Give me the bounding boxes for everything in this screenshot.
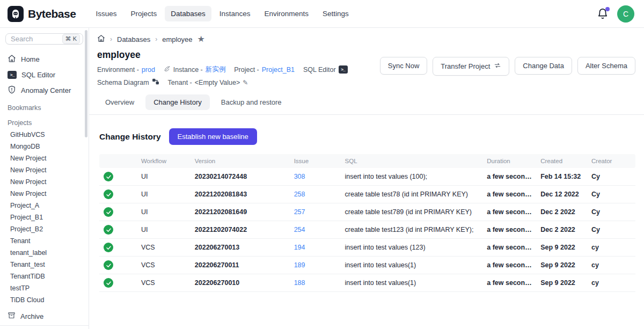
cell-sql: insert into test values (123) bbox=[341, 239, 483, 257]
issue-link[interactable]: 189 bbox=[294, 261, 305, 269]
project-link[interactable]: Project_B1 bbox=[262, 66, 295, 74]
project-list-item[interactable]: tenant_label bbox=[0, 247, 89, 259]
sidebar-item-home[interactable]: Home bbox=[0, 51, 89, 68]
table-row[interactable]: VCS 202206270010 188 insert into test va… bbox=[99, 274, 635, 292]
brand-name: Bytebase bbox=[28, 8, 76, 20]
meta-project: Project - Project_B1 bbox=[234, 66, 295, 74]
change-history-heading: Change History bbox=[99, 132, 161, 142]
issue-link[interactable]: 257 bbox=[294, 208, 305, 216]
tab[interactable]: Backup and restore bbox=[213, 94, 290, 110]
action-buttons: Sync Now Transfer Project Change Data Al… bbox=[380, 57, 635, 87]
nav-item[interactable]: Issues bbox=[90, 6, 122, 21]
project-list-item[interactable]: TiDB Cloud bbox=[0, 294, 89, 306]
project-list-item[interactable]: testTP bbox=[0, 282, 89, 294]
cell-creator: Cy bbox=[587, 186, 635, 203]
plan-label[interactable]: Enterprise Plan bbox=[0, 325, 89, 329]
cell-workflow: UI bbox=[137, 221, 191, 239]
notification-bell-icon[interactable] bbox=[597, 8, 609, 20]
page-title: employee bbox=[97, 49, 380, 61]
project-list-item[interactable]: New Project bbox=[0, 188, 89, 200]
project-list-item[interactable]: TenantTiDB bbox=[0, 270, 89, 282]
project-list-item[interactable]: Tenant_test bbox=[0, 259, 89, 270]
table-row[interactable]: UI 20221202081843 258 create table test7… bbox=[99, 186, 635, 203]
cell-created: Dec 2 2022 bbox=[536, 203, 587, 221]
edit-pencil-icon[interactable]: ✎ bbox=[243, 79, 248, 86]
table-row[interactable]: UI 20221202074022 254 create table test1… bbox=[99, 221, 635, 239]
project-list-item[interactable]: Tenant bbox=[0, 235, 89, 247]
meta-schema-diagram-link[interactable]: Schema Diagram bbox=[97, 78, 159, 87]
nav-item[interactable]: Settings bbox=[317, 6, 355, 21]
project-list-item[interactable]: GitHubVCS bbox=[0, 129, 89, 141]
instance-link[interactable]: 新实例 bbox=[206, 65, 226, 74]
cell-workflow: UI bbox=[137, 186, 191, 203]
search-placeholder: Search bbox=[11, 35, 62, 43]
breadcrumb-home-icon[interactable] bbox=[97, 34, 105, 44]
project-list-item[interactable]: Project_B1 bbox=[0, 211, 89, 223]
cell-sql: create table test123 (id int PRIMARY KEY… bbox=[341, 221, 483, 239]
cell-created: Sep 9 2022 bbox=[536, 257, 587, 274]
issue-link[interactable]: 254 bbox=[294, 226, 305, 233]
cell-duration: a few seconds bbox=[482, 257, 536, 274]
cell-workflow: VCS bbox=[137, 257, 191, 274]
nav-item[interactable]: Instances bbox=[214, 6, 257, 21]
table-row[interactable]: UI 20221202081649 257 create table test7… bbox=[99, 203, 635, 221]
tab[interactable]: Change History bbox=[145, 94, 210, 110]
search-shortcut-badge: ⌘ K bbox=[62, 34, 80, 44]
nav-item[interactable]: Environments bbox=[259, 6, 315, 21]
archive-icon bbox=[8, 311, 16, 321]
sidebar-item-archive[interactable]: Archive bbox=[0, 307, 89, 325]
project-list-item[interactable]: New Project bbox=[0, 176, 89, 188]
issue-link[interactable]: 308 bbox=[294, 173, 305, 180]
tab[interactable]: Overview bbox=[97, 94, 142, 110]
success-check-icon bbox=[104, 278, 113, 288]
sidebar-item-sql-editor[interactable]: >_ SQL Editor bbox=[0, 68, 89, 82]
breadcrumb-separator: › bbox=[155, 35, 157, 43]
cell-created: Feb 14 15:32 bbox=[536, 168, 587, 186]
cell-sql: insert into test values(1) bbox=[341, 257, 483, 274]
avatar[interactable]: C bbox=[617, 5, 634, 23]
project-list-item[interactable]: New Project bbox=[0, 152, 89, 164]
database-meta: Environment - prod Instance - 新实例 P bbox=[97, 65, 380, 87]
cell-sql: insert into test values (100); bbox=[341, 168, 483, 186]
search-input[interactable]: Search ⌘ K bbox=[5, 33, 83, 45]
sidebar-item-label: SQL Editor bbox=[21, 71, 55, 79]
sync-now-button[interactable]: Sync Now bbox=[380, 57, 428, 75]
table-row[interactable]: VCS 202206270011 189 insert into test va… bbox=[99, 257, 635, 274]
schema-diagram-label: Schema Diagram bbox=[97, 79, 149, 86]
project-list-item[interactable]: Project_B2 bbox=[0, 223, 89, 235]
bookmarks-section-label: Bookmarks bbox=[0, 99, 89, 114]
cell-sql: create table test789 (id int PRIMARY KEY… bbox=[341, 203, 483, 221]
navbar-right: C bbox=[597, 5, 634, 23]
nav-item[interactable]: Projects bbox=[125, 6, 163, 21]
top-navbar: Bytebase IssuesProjectsDatabasesInstance… bbox=[0, 0, 644, 28]
breadcrumb-databases[interactable]: Databases bbox=[117, 35, 150, 43]
bytebase-logo[interactable]: Bytebase bbox=[8, 6, 76, 22]
issue-link[interactable]: 194 bbox=[294, 244, 305, 251]
project-list-item[interactable]: Project_A bbox=[0, 200, 89, 211]
project-list-item[interactable]: MongoDB bbox=[0, 141, 89, 152]
table-row[interactable]: VCS 202206270013 194 insert into test va… bbox=[99, 239, 635, 257]
environment-label: Environment - bbox=[97, 66, 139, 74]
transfer-project-label: Transfer Project bbox=[441, 62, 490, 70]
col-version: Version bbox=[191, 154, 290, 168]
establish-baseline-button[interactable]: Establish new baseline bbox=[169, 128, 257, 145]
nav-item[interactable]: Databases bbox=[165, 6, 211, 21]
sidebar-nav: Home >_ SQL Editor Anomaly Center bbox=[0, 51, 89, 99]
table-row[interactable]: UI 20230214072448 308 insert into test v… bbox=[99, 168, 635, 186]
favorite-star-icon[interactable]: ★ bbox=[197, 35, 205, 43]
issue-link[interactable]: 188 bbox=[294, 279, 305, 287]
meta-environment: Environment - prod bbox=[97, 66, 155, 74]
alter-schema-button[interactable]: Alter Schema bbox=[577, 57, 635, 75]
sidebar-item-anomaly-center[interactable]: Anomaly Center bbox=[0, 82, 89, 99]
meta-sql-editor-link[interactable]: SQL Editor >_ bbox=[303, 65, 348, 74]
environment-link[interactable]: prod bbox=[142, 66, 155, 74]
issue-link[interactable]: 258 bbox=[294, 191, 305, 198]
transfer-project-button[interactable]: Transfer Project bbox=[433, 57, 509, 76]
project-list-item[interactable]: New Project bbox=[0, 164, 89, 176]
sidebar-item-label: Home bbox=[21, 55, 40, 63]
home-icon bbox=[8, 54, 16, 64]
sidebar-scrollbar[interactable] bbox=[85, 30, 87, 137]
change-data-button[interactable]: Change Data bbox=[515, 57, 572, 75]
cell-sql: insert into test values(1) bbox=[341, 274, 483, 292]
cell-creator: cy bbox=[587, 274, 635, 292]
